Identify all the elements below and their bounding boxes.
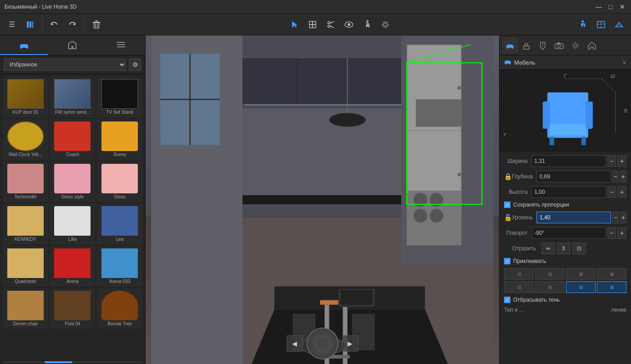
item-puni-04[interactable]: Puni 04 <box>50 288 96 329</box>
left-tab-furniture[interactable] <box>0 35 48 55</box>
close-button[interactable]: ✕ <box>618 3 626 11</box>
svg-rect-4 <box>95 20 98 21</box>
viewport[interactable]: ◀ ▶ <box>146 35 499 364</box>
kitchen-scene: ◀ ▶ <box>146 35 499 364</box>
scissors-tool[interactable] <box>323 16 339 33</box>
rotation-increase-btn[interactable]: + <box>617 227 626 239</box>
reflect-3d-button[interactable]: ⊡ <box>572 243 586 254</box>
undo-button[interactable] <box>46 16 62 33</box>
level-lock-icon[interactable]: 🔓 <box>504 214 512 221</box>
proportions-checkbox[interactable]: ✓ <box>504 202 510 208</box>
item-label-dinner-chair: Dinner chair <box>13 321 38 327</box>
right-tab-paint[interactable] <box>535 38 550 53</box>
item-quadrante[interactable]: Quadrante <box>3 246 48 287</box>
snap-btn-5[interactable]: ⊡ <box>504 281 534 293</box>
depth-increase-btn[interactable]: + <box>620 171 626 182</box>
item-thumb-lilia <box>54 206 91 236</box>
select-tool[interactable] <box>286 16 303 33</box>
right-tab-light[interactable] <box>568 38 583 53</box>
level-decrease-btn[interactable]: − <box>612 212 619 223</box>
maximize-button[interactable]: □ <box>606 3 615 11</box>
item-thumb-arena <box>54 248 91 278</box>
width-increase-btn[interactable]: + <box>617 155 626 167</box>
preview-label-v: В <box>624 108 627 113</box>
nav-right-button[interactable]: ▶ <box>342 335 358 352</box>
person-view-button[interactable] <box>575 16 591 33</box>
library-settings-button[interactable]: ⚙ <box>129 58 141 71</box>
item-tv-set-stand[interactable]: TV Set Stand <box>97 77 142 117</box>
item-thumb-gloss-style <box>54 164 91 193</box>
menu-button[interactable]: ☰ <box>4 16 20 33</box>
plan-view-button[interactable] <box>593 16 609 33</box>
snap-btn-6[interactable]: ⊟ <box>535 281 565 293</box>
library-dropdown[interactable]: Избранное <box>4 58 126 71</box>
right-tab-camera[interactable] <box>551 38 567 53</box>
item-fw-symm-wind[interactable]: FW symm wind... <box>50 77 96 117</box>
minimize-button[interactable]: — <box>595 3 603 11</box>
snap-btn-3[interactable]: ⊞ <box>566 268 596 280</box>
level-increase-btn[interactable]: + <box>620 212 626 223</box>
level-input[interactable] <box>536 212 611 223</box>
item-techmodel[interactable]: Techmodel <box>3 162 48 202</box>
scroll-bar[interactable] <box>0 360 145 364</box>
library-button[interactable] <box>22 16 38 33</box>
item-lea[interactable]: Lea <box>97 204 142 244</box>
item-kennedy[interactable]: KENNEDY <box>3 204 48 244</box>
depth-input[interactable] <box>536 171 611 182</box>
preview-label-sh: Ш <box>611 73 615 79</box>
reflect-v-button[interactable]: ⇕ <box>557 243 570 254</box>
reflect-h-button[interactable]: ⇔ <box>541 243 555 254</box>
svg-point-11 <box>328 21 330 24</box>
nav-dial[interactable] <box>307 328 338 359</box>
svg-point-64 <box>429 209 443 222</box>
item-sunny[interactable]: Sunny <box>97 119 142 160</box>
item-kup-door[interactable]: KUP door 01 <box>3 77 48 117</box>
snap-btn-7[interactable]: ⊞ <box>566 281 596 293</box>
proportions-lock-icon[interactable]: 🔒 <box>504 173 512 180</box>
height-decrease-btn[interactable]: − <box>607 186 616 198</box>
separator <box>84 18 85 31</box>
item-gloss-style[interactable]: Gloss style <box>50 162 96 202</box>
eye-tool[interactable] <box>341 16 357 33</box>
group-tool[interactable] <box>304 16 321 33</box>
advanced-label: ление <box>611 307 626 313</box>
item-arena-033[interactable]: Arena 033 <box>97 246 142 287</box>
rotation-label: Поворот <box>504 230 528 236</box>
right-tab-furniture[interactable] <box>502 38 518 53</box>
item-wall-clock-yell[interactable]: Wall Clock Yell... <box>3 119 48 160</box>
walk-tool[interactable] <box>359 16 375 33</box>
item-dinner-chair[interactable]: Dinner chair <box>3 288 48 329</box>
width-row: Ширина − + <box>504 155 626 167</box>
width-label: Ширина <box>504 158 528 164</box>
snap-btn-2[interactable]: ⊟ <box>535 268 565 280</box>
rotation-input[interactable] <box>531 227 606 239</box>
svg-rect-81 <box>507 45 513 46</box>
item-bonsai-tree[interactable]: Bonsai Tree <box>97 288 142 329</box>
width-decrease-btn[interactable]: − <box>607 155 616 167</box>
item-arena[interactable]: Arena <box>50 246 96 287</box>
nav-left-button[interactable]: ◀ <box>287 335 303 352</box>
item-lilia[interactable]: Lilia <box>50 204 96 244</box>
item-gloss[interactable]: Gloss <box>97 162 142 202</box>
right-tab-home[interactable] <box>584 38 600 53</box>
right-tab-build[interactable] <box>519 38 534 53</box>
delete-button[interactable] <box>88 16 105 33</box>
left-tab-build[interactable] <box>48 35 96 55</box>
snap-checkbox[interactable]: ✓ <box>504 258 510 264</box>
left-tab-list[interactable] <box>97 35 145 55</box>
snap-btn-8[interactable]: ⊠ <box>597 281 626 293</box>
snap-btn-1[interactable]: ⊡ <box>504 268 534 280</box>
width-input[interactable] <box>531 155 606 167</box>
snap-btn-4[interactable]: ⊠ <box>597 268 626 280</box>
sun-tool[interactable] <box>377 16 394 33</box>
depth-decrease-btn[interactable]: − <box>612 171 619 182</box>
item-coach[interactable]: Coach <box>50 119 96 160</box>
3d-view-button[interactable] <box>611 16 627 33</box>
rotation-decrease-btn[interactable]: − <box>607 227 616 239</box>
redo-button[interactable] <box>64 16 81 33</box>
height-input[interactable] <box>531 186 606 198</box>
item-label-gloss-style: Gloss style <box>61 194 84 200</box>
height-increase-btn[interactable]: + <box>617 186 626 198</box>
shadow-checkbox[interactable]: ✓ <box>504 297 510 303</box>
svg-rect-82 <box>507 47 508 49</box>
